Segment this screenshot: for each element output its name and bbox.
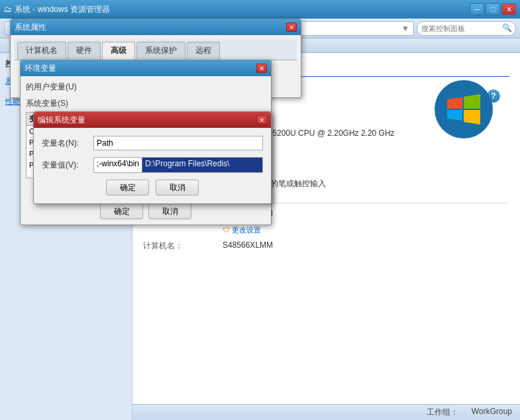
edit-var-value-container: ;-winx64\bin D:\Program Files\Redis\ <box>93 157 263 173</box>
compname2-row: 计算机名： S48566XLMM <box>143 240 509 252</box>
edit-var-title-text: 编辑系统变量 <box>38 115 85 126</box>
workgroup-value: WorkGroup <box>472 407 512 418</box>
sys-props-titlebar: 系统属性 ✕ <box>11 19 301 35</box>
env-vars-bottom-buttons: 确定 取消 <box>26 203 266 219</box>
info-row-compname2: 计算机名： S48566XLMM <box>143 240 509 252</box>
windows-logo <box>434 79 500 146</box>
status-right: 工作组： WorkGroup <box>427 407 512 418</box>
workgroup-label: 工作组： <box>427 407 458 418</box>
env-vars-titlebar: 环境变量 ✕ <box>21 60 271 76</box>
sys-props-title: 系统属性 <box>15 22 46 33</box>
env-vars-close-btn[interactable]: ✕ <box>256 64 267 73</box>
shield-icon: 🛡 <box>223 226 230 234</box>
env-cancel-button[interactable]: 取消 <box>148 203 191 219</box>
edit-var-value-prefix: ;-winx64\bin <box>94 158 142 172</box>
tab-remote[interactable]: 远程 <box>187 42 220 60</box>
edit-var-name-input[interactable] <box>93 136 263 150</box>
edit-var-titlebar: 编辑系统变量 ✕ <box>34 112 271 128</box>
user-vars-label: 的用户变量(U) <box>26 82 77 91</box>
change-settings-row: 🛡 更改设置 <box>143 225 509 235</box>
env-ok-button[interactable]: 确定 <box>100 203 143 219</box>
edit-var-value-label: 变量值(V): <box>42 160 88 171</box>
search-icon: 🔍 <box>502 23 512 32</box>
tab-hardware[interactable]: 硬件 <box>68 42 101 60</box>
edit-var-dialog: 编辑系统变量 ✕ 变量名(N): 变量值(V): ;-winx64\bin D:… <box>33 111 272 204</box>
edit-var-value-highlighted[interactable]: D:\Program Files\Redis\ <box>142 158 262 172</box>
svg-point-0 <box>435 80 493 138</box>
title-bar: 🗂 系统 - windows 资源管理器 ─ □ ✕ <box>0 0 520 19</box>
edit-var-ok-button[interactable]: 确定 <box>106 180 149 195</box>
edit-var-buttons: 确定 取消 <box>42 180 263 195</box>
user-vars-header: 的用户变量(U) <box>26 81 266 93</box>
breadcrumb-arrow: ▼ <box>401 24 409 33</box>
tab-sysprotect[interactable]: 系统保护 <box>136 42 185 60</box>
restore-button[interactable]: □ <box>486 3 500 15</box>
search-container: 🔍 <box>417 21 516 36</box>
search-input[interactable] <box>417 21 516 36</box>
window-title: 系统 - windows 资源管理器 <box>15 4 110 15</box>
status-bar: 工作组： WorkGroup <box>132 404 520 420</box>
compname2-value: S48566XLMM <box>223 240 509 250</box>
close-button[interactable]: ✕ <box>501 3 516 15</box>
edit-var-cancel-button[interactable]: 取消 <box>156 180 199 195</box>
sys-props-close-btn[interactable]: ✕ <box>286 23 297 32</box>
title-bar-left: 🗂 系统 - windows 资源管理器 <box>4 4 110 15</box>
change-settings-link[interactable]: 🛡 更改设置 <box>223 225 261 235</box>
edit-var-content: 变量名(N): 变量值(V): ;-winx64\bin D:\Program … <box>34 128 271 203</box>
tab-computername[interactable]: 计算机名 <box>17 42 66 60</box>
sys-props-tabs: 计算机名 硬件 高级 系统保护 远程 <box>15 39 297 60</box>
edit-var-name-label: 变量名(N): <box>42 138 88 149</box>
compname2-label: 计算机名： <box>143 240 223 252</box>
edit-var-name-row: 变量名(N): <box>42 136 263 150</box>
sys-vars-label: 系统变量(S) <box>26 98 266 109</box>
app-icon: 🗂 <box>4 5 12 14</box>
title-bar-controls: ─ □ ✕ <box>470 3 516 15</box>
edit-var-close-btn[interactable]: ✕ <box>256 115 267 125</box>
edit-var-value-row: 变量值(V): ;-winx64\bin D:\Program Files\Re… <box>42 157 263 173</box>
tab-advanced[interactable]: 高级 <box>102 42 135 60</box>
minimize-button[interactable]: ─ <box>470 3 484 15</box>
env-vars-title: 环境变量 <box>25 63 56 74</box>
